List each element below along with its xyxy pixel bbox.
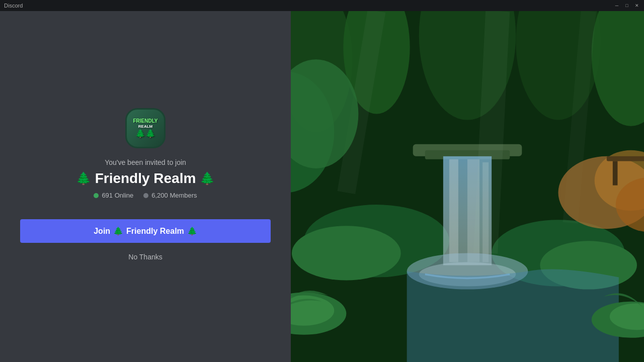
minimize-button[interactable]: ─ bbox=[614, 3, 620, 9]
titlebar-controls: ─ □ ✕ bbox=[614, 3, 640, 9]
svg-rect-30 bbox=[291, 11, 644, 362]
maximize-button[interactable]: □ bbox=[624, 3, 630, 9]
modal-overlay: FRIendly REALM 🌲🌲 You've been invited to… bbox=[0, 11, 644, 362]
forest-scene-svg bbox=[291, 11, 644, 362]
server-name-row: 🌲 Friendly Realm 🌲 bbox=[76, 170, 215, 187]
server-logo: FRIendly REALM 🌲🌲 bbox=[125, 108, 166, 148]
join-tree-right: 🌲 bbox=[187, 226, 197, 236]
members-dot bbox=[143, 193, 148, 198]
tree-emoji-left: 🌲 bbox=[76, 171, 91, 186]
server-stats: 691 Online 6,200 Members bbox=[94, 192, 197, 199]
join-server-button[interactable]: Join 🌲 Friendly Realm 🌲 bbox=[20, 219, 271, 243]
forest-image bbox=[291, 11, 644, 362]
tree-emoji-right: 🌲 bbox=[200, 171, 215, 186]
members-stat: 6,200 Members bbox=[143, 192, 197, 199]
members-count: 6,200 Members bbox=[151, 192, 197, 199]
join-tree-left: 🌲 bbox=[113, 226, 123, 236]
invite-modal: FRIendly REALM 🌲🌲 You've been invited to… bbox=[0, 11, 291, 362]
online-dot bbox=[94, 193, 99, 198]
join-label: Join bbox=[94, 227, 110, 236]
server-name-display: Friendly Realm bbox=[95, 170, 196, 187]
titlebar: Discord ─ □ ✕ bbox=[0, 0, 644, 11]
titlebar-title: Discord bbox=[4, 3, 23, 9]
logo-line1: FRIendly bbox=[133, 118, 157, 124]
close-button[interactable]: ✕ bbox=[634, 3, 640, 9]
logo-trees: 🌲🌲 bbox=[133, 129, 157, 138]
online-stat: 691 Online bbox=[94, 192, 133, 199]
logo-line2: REALM bbox=[133, 124, 157, 129]
join-server-name: Friendly Realm bbox=[126, 227, 184, 236]
online-count: 691 Online bbox=[102, 192, 133, 199]
server-logo-text: FRIendly REALM 🌲🌲 bbox=[133, 118, 157, 139]
invite-text: You've been invited to join bbox=[105, 158, 186, 166]
no-thanks-button[interactable]: No Thanks bbox=[124, 249, 166, 265]
